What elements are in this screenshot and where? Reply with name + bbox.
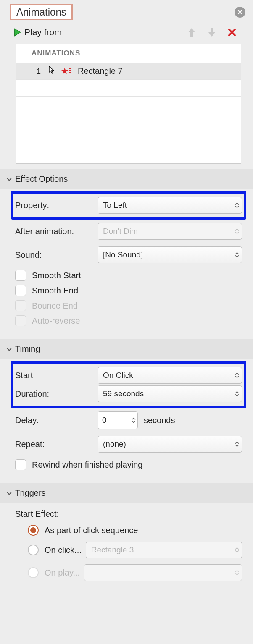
effect-options-header[interactable]: Effect Options [0,169,253,189]
duration-value: 59 seconds [103,389,144,398]
close-icon[interactable] [235,7,245,18]
empty-row [16,130,241,147]
animations-list-header: ANIMATIONS [16,44,241,63]
rewind-checkbox[interactable] [15,459,26,470]
radio-click-sequence[interactable] [28,525,39,536]
duration-label: Duration: [15,389,98,399]
play-toolbar: Play from [0,23,253,42]
smooth-start-label: Smooth Start [32,271,81,280]
delay-suffix: seconds [144,416,175,425]
radio-on-play [28,567,39,578]
triggers-header[interactable]: Triggers [0,483,253,503]
repeat-value: (none) [103,440,126,449]
duration-select[interactable]: 59 seconds [98,385,242,402]
stepper-icon [235,547,239,553]
chevron-down-icon [6,176,13,183]
animation-row[interactable]: 1 Rectangle 7 [16,63,241,79]
delay-label: Delay: [15,416,98,425]
auto-reverse-label: Auto-reverse [32,316,80,326]
rewind-label: Rewind when finished playing [32,460,143,470]
animations-list: ANIMATIONS 1 Rectangle 7 [16,44,241,164]
delay-value: 0 [102,416,107,425]
chevron-down-icon [6,346,13,353]
smooth-start-checkbox[interactable] [15,270,26,281]
highlight-timing: Start: On Click Duration: 59 seconds [11,361,246,408]
smooth-end-label: Smooth End [32,286,78,296]
radio-on-click-label: On click... [45,545,82,555]
property-value: To Left [103,201,127,210]
play-from-label: Play from [24,27,62,37]
timing-body: Start: On Click Duration: 59 seconds Del… [0,359,253,483]
start-select[interactable]: On Click [98,367,242,384]
auto-reverse-checkbox [15,315,26,326]
stepper-icon [235,570,239,576]
stepper-icon [235,442,239,447]
delay-input[interactable]: 0 [98,411,138,429]
on-play-target-select [84,564,242,581]
radio-click-sequence-label: As part of click sequence [45,526,138,535]
property-label: Property: [15,201,98,210]
sound-label: Sound: [15,250,98,260]
empty-row [16,147,241,163]
section-title: Effect Options [15,174,68,184]
after-animation-select: Don't Dim [98,223,242,240]
stepper-icon [235,252,239,258]
bounce-end-checkbox [15,300,26,311]
sound-select[interactable]: [No Sound] [98,246,242,263]
stepper-icon [235,203,239,208]
delete-button[interactable] [224,28,240,37]
onclick-indicator-icon [48,66,55,76]
stepper-icon [235,391,239,397]
effect-type-icon [61,67,72,76]
section-title: Triggers [15,488,46,498]
animation-name: Rectangle 7 [78,66,123,76]
sound-value: [No Sound] [103,250,143,259]
triggers-body: Start Effect: As part of click sequence … [0,503,253,595]
move-up-button[interactable] [183,27,200,38]
start-effect-label: Start Effect: [15,509,242,519]
move-down-button[interactable] [203,27,220,38]
animation-index: 1 [29,67,41,76]
empty-row [16,113,241,130]
effect-options-body: Property: To Left After animation: Don't… [0,189,253,339]
smooth-end-checkbox[interactable] [15,285,26,296]
empty-row [16,96,241,113]
after-animation-value: Don't Dim [103,227,138,236]
timing-header[interactable]: Timing [0,339,253,359]
chevron-down-icon [6,490,13,497]
start-value: On Click [103,371,133,380]
repeat-select[interactable]: (none) [98,436,242,453]
highlight-property: Property: To Left [11,191,246,220]
bounce-end-label: Bounce End [32,301,78,311]
property-select[interactable]: To Left [98,197,242,214]
radio-on-click[interactable] [28,545,39,555]
after-animation-label: After animation: [15,227,98,236]
stepper-icon [235,229,239,234]
section-title: Timing [15,344,40,354]
panel-title: Animations [10,4,73,20]
on-click-target-select: Rectangle 3 [86,542,242,558]
empty-row [16,79,241,96]
repeat-label: Repeat: [15,440,98,449]
play-icon[interactable] [13,28,22,37]
stepper-icon[interactable] [132,418,136,423]
on-click-target-value: Rectangle 3 [91,545,134,555]
start-label: Start: [15,371,98,380]
radio-on-play-label: On play... [45,568,80,578]
stepper-icon [235,373,239,378]
